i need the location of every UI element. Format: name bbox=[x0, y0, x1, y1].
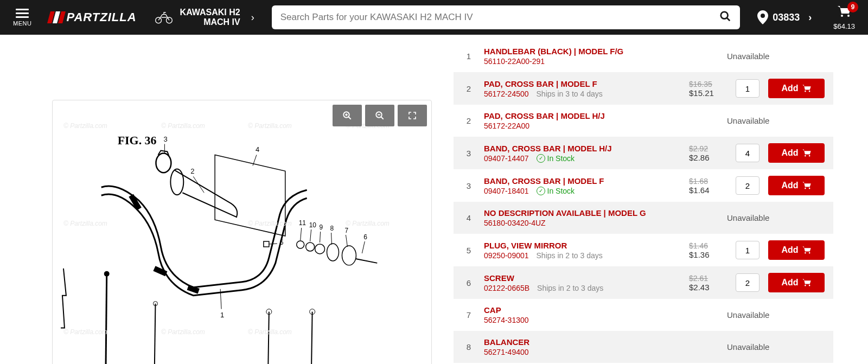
qty-input[interactable] bbox=[736, 273, 760, 292]
svg-text:1: 1 bbox=[220, 311, 224, 319]
parts-diagram[interactable]: FIG. 36 2 3 4 11 10 bbox=[53, 100, 431, 364]
ref-number: 6 bbox=[462, 278, 475, 288]
part-row: 7CAP56274-31300Unavailable bbox=[454, 299, 833, 331]
stock-badge: In Stock bbox=[537, 187, 575, 195]
search-bar bbox=[272, 5, 740, 29]
part-info: PAD, CROSS BAR | MODEL H/J56172-22A00 bbox=[484, 111, 718, 130]
motorcycle-icon bbox=[154, 10, 174, 25]
svg-point-28 bbox=[342, 246, 356, 265]
chevron-right-icon: › bbox=[804, 12, 816, 23]
logo[interactable]: PARTZILLA bbox=[49, 10, 136, 24]
part-sku: 56110-22A00-291 bbox=[484, 57, 545, 66]
vehicle-selector[interactable]: KAWASAKI H2 MACH IV › bbox=[154, 8, 259, 27]
part-sku: 09250-09001 bbox=[484, 251, 529, 260]
svg-text:9: 9 bbox=[320, 223, 323, 231]
svg-line-15 bbox=[301, 228, 302, 240]
part-name-link[interactable]: BALANCER bbox=[484, 337, 718, 347]
cart-button[interactable]: 9 $64.13 bbox=[827, 5, 861, 30]
add-button[interactable]: Add bbox=[768, 79, 825, 98]
zipcode: 03833 bbox=[773, 12, 800, 23]
part-row: 2PAD, CROSS BAR | MODEL F56172-24500Ship… bbox=[454, 72, 833, 105]
ref-number: 8 bbox=[462, 342, 475, 352]
svg-line-24 bbox=[331, 233, 332, 245]
part-name-link[interactable]: PLUG, VIEW MIRROR bbox=[484, 241, 680, 250]
part-name-link[interactable]: HANDLEBAR (BLACK) | MODEL F/G bbox=[484, 47, 718, 56]
svg-line-30 bbox=[362, 241, 365, 253]
pin-icon bbox=[757, 10, 768, 24]
unavailable-text: Unavailable bbox=[727, 342, 825, 352]
ref-number: 3 bbox=[462, 149, 475, 158]
part-info: BAND, CROSS BAR | MODEL H/J09407-14407In… bbox=[484, 144, 680, 163]
svg-line-38 bbox=[154, 304, 155, 364]
zoom-in-button[interactable] bbox=[333, 105, 362, 126]
part-info: BALANCER56271-49400 bbox=[484, 337, 718, 356]
header: MENU PARTZILLA KAWASAKI H2 MACH IV › 038… bbox=[0, 0, 868, 35]
part-name-link[interactable]: PAD, CROSS BAR | MODEL F bbox=[484, 79, 680, 88]
part-info: PLUG, VIEW MIRROR09250-09001Ships in 2 t… bbox=[484, 241, 680, 260]
price: $2.61$2.43 bbox=[689, 274, 727, 292]
part-name-link[interactable]: PAD, CROSS BAR | MODEL H/J bbox=[484, 111, 718, 120]
part-name-link[interactable]: NO DESCRIPTION AVAILABLE | MODEL G bbox=[484, 208, 718, 218]
zoom-out-button[interactable] bbox=[365, 105, 394, 126]
part-row: 8BALANCER56271-49400Unavailable bbox=[454, 331, 833, 363]
qty-input[interactable] bbox=[736, 241, 760, 259]
hamburger-icon bbox=[16, 9, 29, 18]
add-button[interactable]: Add bbox=[768, 273, 825, 292]
part-info: SCREW02122-0665BShips in 2 to 3 days bbox=[484, 273, 680, 292]
search-input[interactable] bbox=[280, 12, 719, 23]
svg-point-8 bbox=[156, 153, 171, 173]
svg-point-37 bbox=[104, 271, 110, 277]
search-icon[interactable] bbox=[719, 10, 731, 25]
ship-text: Ships in 3 to 4 days bbox=[537, 90, 603, 98]
part-name-link[interactable]: BAND, CROSS BAR | MODEL H/J bbox=[484, 144, 680, 153]
svg-text:8: 8 bbox=[330, 225, 334, 232]
part-name-link[interactable]: SCREW bbox=[484, 273, 680, 283]
part-row: 1HANDLEBAR (BLACK) | MODEL F/G56110-22A0… bbox=[454, 40, 833, 72]
cart-count-badge: 9 bbox=[847, 2, 858, 12]
location-selector[interactable]: 03833 › bbox=[753, 10, 820, 24]
fullscreen-button[interactable] bbox=[398, 105, 427, 126]
qty-input[interactable] bbox=[736, 144, 760, 162]
svg-point-22 bbox=[315, 244, 325, 254]
part-name-link[interactable]: CAP bbox=[484, 305, 718, 315]
svg-line-21 bbox=[320, 232, 321, 242]
svg-line-18 bbox=[310, 229, 311, 241]
fig-label: FIG. 36 bbox=[118, 133, 157, 147]
svg-text:4: 4 bbox=[256, 145, 259, 154]
menu-button[interactable]: MENU bbox=[7, 9, 38, 27]
part-name-link[interactable]: BAND, CROSS BAR | MODEL F bbox=[484, 176, 680, 186]
svg-text:3: 3 bbox=[163, 135, 167, 143]
parts-list: 1HANDLEBAR (BLACK) | MODEL F/G56110-22A0… bbox=[454, 35, 833, 364]
add-button[interactable]: Add bbox=[768, 143, 825, 163]
add-button[interactable]: Add bbox=[768, 176, 825, 195]
chevron-right-icon: › bbox=[247, 12, 259, 23]
cart-total: $64.13 bbox=[833, 22, 855, 30]
add-button[interactable]: Add bbox=[768, 240, 825, 260]
unavailable-text: Unavailable bbox=[727, 116, 825, 125]
svg-point-16 bbox=[297, 241, 304, 248]
svg-line-42 bbox=[311, 312, 312, 364]
menu-label: MENU bbox=[13, 20, 31, 27]
part-info: CAP56274-31300 bbox=[484, 305, 718, 324]
ref-number: 2 bbox=[462, 116, 475, 125]
price: $16.35$15.21 bbox=[689, 80, 727, 98]
svg-line-27 bbox=[346, 235, 347, 247]
svg-rect-13 bbox=[264, 241, 269, 247]
qty-input[interactable] bbox=[736, 79, 760, 98]
svg-text:10: 10 bbox=[309, 221, 317, 229]
part-info: NO DESCRIPTION AVAILABLE | MODEL G56180-… bbox=[484, 208, 718, 227]
svg-text:5: 5 bbox=[280, 239, 284, 246]
unavailable-text: Unavailable bbox=[727, 213, 825, 222]
svg-line-7 bbox=[193, 176, 204, 193]
unavailable-text: Unavailable bbox=[727, 52, 825, 61]
part-row: 3BAND, CROSS BAR | MODEL H/J09407-14407I… bbox=[454, 137, 833, 169]
unavailable-text: Unavailable bbox=[727, 310, 825, 320]
svg-text:11: 11 bbox=[299, 219, 307, 227]
part-row: 3BAND, CROSS BAR | MODEL F09407-18401In … bbox=[454, 169, 833, 202]
svg-point-5 bbox=[170, 169, 183, 195]
diagram-panel: © Partzilla.com © Partzilla.com © Partzi… bbox=[52, 100, 432, 364]
svg-line-33 bbox=[269, 244, 277, 244]
ref-number: 7 bbox=[462, 310, 475, 320]
qty-input[interactable] bbox=[736, 176, 760, 195]
ship-text: Ships in 2 to 3 days bbox=[537, 251, 603, 260]
